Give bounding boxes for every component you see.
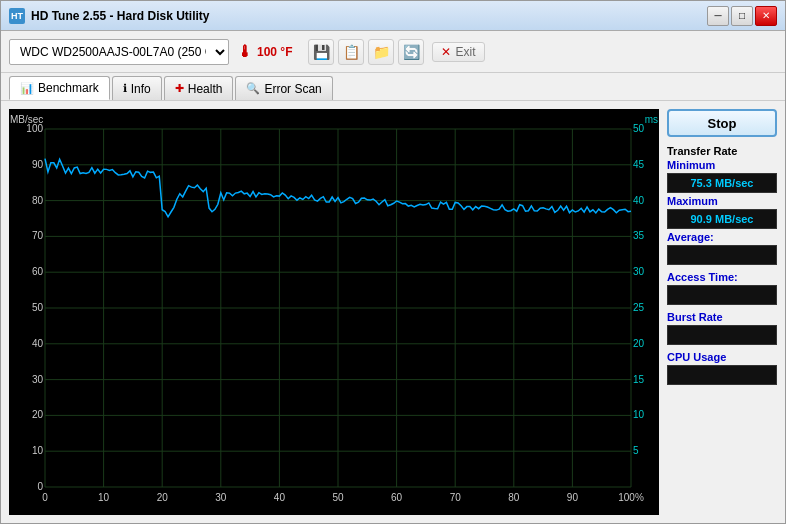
temperature-value: 100 °F xyxy=(257,45,292,59)
disk-selector[interactable]: WDC WD2500AAJS-00L7A0 (250 GB) xyxy=(9,39,229,65)
app-icon: HT xyxy=(9,8,25,24)
maximum-label: Maximum xyxy=(667,195,777,207)
main-content: Stop Transfer Rate Minimum 75.3 MB/sec M… xyxy=(1,101,785,523)
cpu-usage-group: CPU Usage xyxy=(667,351,777,385)
info-tab-icon: ℹ xyxy=(123,82,127,95)
burst-rate-label: Burst Rate xyxy=(667,311,777,323)
exit-button[interactable]: ✕ Exit xyxy=(432,42,484,62)
maximum-value: 90.9 MB/sec xyxy=(667,209,777,229)
minimum-value: 75.3 MB/sec xyxy=(667,173,777,193)
save-icon-button[interactable]: 💾 xyxy=(308,39,334,65)
minimize-button[interactable]: ─ xyxy=(707,6,729,26)
copy-icon-button[interactable]: 📋 xyxy=(338,39,364,65)
chart-area xyxy=(9,109,659,515)
access-time-value xyxy=(667,285,777,305)
error-scan-tab-icon: 🔍 xyxy=(246,82,260,95)
folder-icon-button[interactable]: 📁 xyxy=(368,39,394,65)
window-controls: ─ □ ✕ xyxy=(707,6,777,26)
stop-button[interactable]: Stop xyxy=(667,109,777,137)
minimum-label: Minimum xyxy=(667,159,777,171)
transfer-rate-group: Transfer Rate Minimum 75.3 MB/sec Maximu… xyxy=(667,143,777,265)
cpu-usage-label: CPU Usage xyxy=(667,351,777,363)
access-time-group: Access Time: xyxy=(667,271,777,305)
cpu-usage-value xyxy=(667,365,777,385)
exit-label: Exit xyxy=(455,45,475,59)
restore-button[interactable]: □ xyxy=(731,6,753,26)
main-window: HT HD Tune 2.55 - Hard Disk Utility ─ □ … xyxy=(0,0,786,524)
transfer-rate-header: Transfer Rate xyxy=(667,145,777,157)
tab-error-scan[interactable]: 🔍 Error Scan xyxy=(235,76,332,100)
access-time-label: Access Time: xyxy=(667,271,777,283)
temperature-display: 🌡 100 °F xyxy=(237,43,292,61)
benchmark-tab-label: Benchmark xyxy=(38,81,99,95)
average-value xyxy=(667,245,777,265)
health-tab-label: Health xyxy=(188,82,223,96)
health-tab-icon: ✚ xyxy=(175,82,184,95)
error-scan-tab-label: Error Scan xyxy=(264,82,321,96)
average-label: Average: xyxy=(667,231,777,243)
tab-info[interactable]: ℹ Info xyxy=(112,76,162,100)
info-tab-label: Info xyxy=(131,82,151,96)
toolbar: WDC WD2500AAJS-00L7A0 (250 GB) 🌡 100 °F … xyxy=(1,31,785,73)
side-panel: Stop Transfer Rate Minimum 75.3 MB/sec M… xyxy=(667,109,777,515)
thermometer-icon: 🌡 xyxy=(237,43,253,61)
title-bar: HT HD Tune 2.55 - Hard Disk Utility ─ □ … xyxy=(1,1,785,31)
tab-benchmark[interactable]: 📊 Benchmark xyxy=(9,76,110,100)
toolbar-icons: 💾 📋 📁 🔄 xyxy=(308,39,424,65)
burst-rate-group: Burst Rate xyxy=(667,311,777,345)
window-title: HD Tune 2.55 - Hard Disk Utility xyxy=(31,9,707,23)
benchmark-chart xyxy=(9,109,659,515)
close-button[interactable]: ✕ xyxy=(755,6,777,26)
refresh-icon-button[interactable]: 🔄 xyxy=(398,39,424,65)
benchmark-tab-icon: 📊 xyxy=(20,82,34,95)
tab-health[interactable]: ✚ Health xyxy=(164,76,234,100)
exit-x-icon: ✕ xyxy=(441,45,451,59)
tab-bar: 📊 Benchmark ℹ Info ✚ Health 🔍 Error Scan xyxy=(1,73,785,101)
burst-rate-value xyxy=(667,325,777,345)
